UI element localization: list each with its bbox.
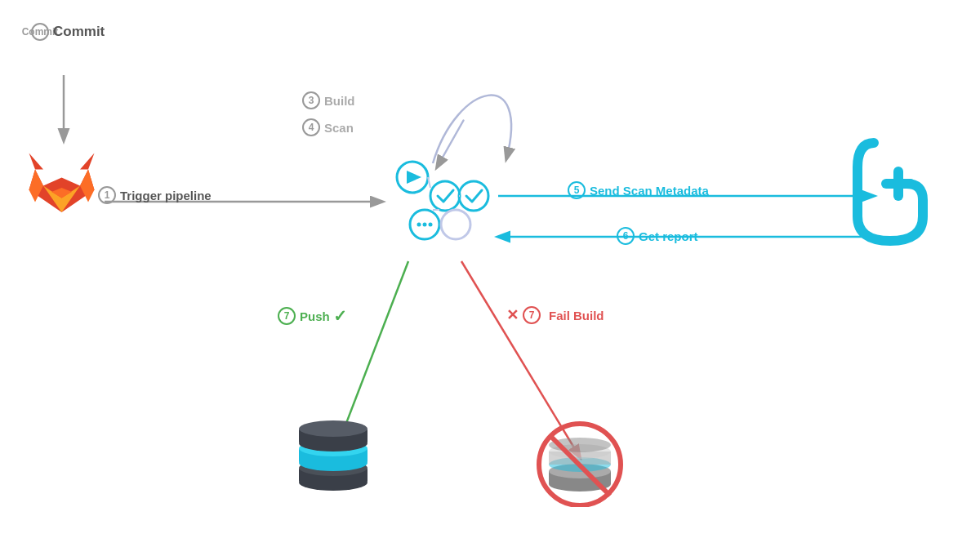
blocked-icon bbox=[535, 417, 625, 507]
svg-point-9 bbox=[459, 181, 488, 211]
build-label: 3 Build bbox=[302, 91, 355, 109]
get-report-label: 6 Get report bbox=[617, 227, 698, 245]
send-scan-metadata-label: 5 Send Scan Metadata bbox=[568, 181, 709, 199]
snyk-icon bbox=[849, 135, 931, 241]
diagram: Commit Commit 1 bbox=[0, 0, 980, 556]
xmark-icon: ✕ bbox=[506, 306, 519, 324]
step7-fail-badge: 7 bbox=[523, 306, 541, 324]
svg-point-13 bbox=[429, 223, 433, 227]
svg-line-15 bbox=[428, 177, 430, 188]
step1-badge: Commit bbox=[31, 23, 49, 41]
step1-trigger-badge: 1 bbox=[98, 186, 116, 204]
fail-build-label: ✕ 7 Fail Build bbox=[506, 306, 604, 324]
svg-point-8 bbox=[430, 181, 460, 211]
step7-push-badge: 7 bbox=[278, 307, 296, 325]
push-label: 7 Push ✓ bbox=[278, 306, 347, 326]
svg-marker-7 bbox=[407, 171, 421, 184]
svg-point-14 bbox=[441, 210, 470, 239]
trigger-pipeline-label: 1 Trigger pipeline bbox=[98, 186, 212, 204]
step5-badge: 5 bbox=[568, 181, 586, 199]
scan-label: 4 Scan bbox=[302, 118, 354, 136]
svg-point-11 bbox=[417, 223, 421, 227]
gitlab-icon bbox=[23, 143, 100, 220]
svg-point-29 bbox=[299, 420, 368, 437]
step3-badge: 3 bbox=[302, 91, 320, 109]
arrows-overlay bbox=[0, 0, 980, 556]
pipeline-cluster-icon bbox=[384, 159, 490, 249]
step4-badge: 4 bbox=[302, 118, 320, 136]
commit-label: Commit Commit bbox=[31, 23, 105, 41]
registry-icon bbox=[292, 419, 374, 500]
checkmark-icon: ✓ bbox=[333, 306, 347, 326]
svg-point-12 bbox=[423, 223, 427, 227]
step6-badge: 6 bbox=[617, 227, 635, 245]
